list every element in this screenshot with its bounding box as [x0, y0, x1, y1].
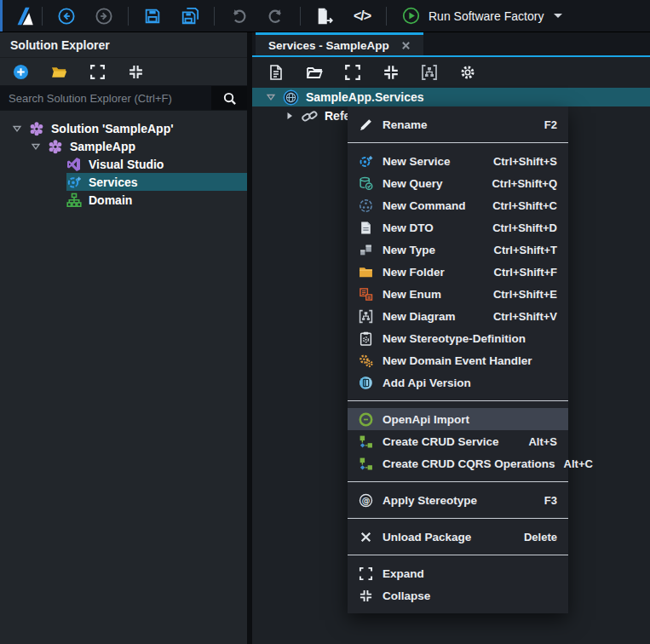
- collapse-all-icon[interactable]: [383, 64, 400, 81]
- expander-spacer: [49, 177, 60, 187]
- menu-item-label: Expand: [383, 567, 424, 580]
- menu-item-new-domain-event-handler[interactable]: New Domain Event Handler: [348, 349, 568, 371]
- menu-section: RenameF2: [348, 106, 568, 142]
- new-document-icon[interactable]: [267, 64, 285, 81]
- tree-item-sampleapp-services[interactable]: SampleApp.Services: [252, 88, 650, 106]
- tree-item-body[interactable]: Services: [66, 173, 247, 191]
- domain-event-icon: [359, 354, 373, 368]
- open-folder-outline-icon[interactable]: [306, 64, 323, 81]
- menu-item-create-crud-cqrs-operations[interactable]: Create CRUD CQRS OperationsAlt+C: [348, 452, 568, 474]
- close-icon[interactable]: [401, 41, 411, 50]
- tree-item-solution-sampleapp[interactable]: Solution 'SampleApp': [0, 119, 247, 137]
- domain-icon: [66, 193, 82, 208]
- menu-item-label: Add Api Version: [383, 377, 471, 389]
- menu-item-new-dto[interactable]: New DTOCtrl+Shift+D: [348, 216, 568, 239]
- menu-section: ExpandCollapse: [348, 555, 568, 613]
- menu-item-expand[interactable]: Expand: [348, 562, 568, 584]
- package-icon: [283, 89, 299, 106]
- chevron-down-icon[interactable]: [31, 141, 41, 152]
- enum-icon: [359, 287, 373, 302]
- tree-item-visual-studio[interactable]: Visual Studio: [0, 155, 247, 173]
- tree-item-body[interactable]: SampleApp: [48, 137, 247, 155]
- menu-item-openapi-import[interactable]: OpenApi Import: [348, 408, 568, 430]
- tree-item-label: SampleApp: [70, 140, 135, 153]
- solution-explorer-title: Solution Explorer: [0, 32, 247, 58]
- tree-item-domain[interactable]: Domain: [0, 191, 247, 209]
- open-folder-icon[interactable]: [51, 64, 67, 80]
- menu-section: Unload PackageDelete: [348, 519, 568, 555]
- menu-item-label: Create CRUD CQRS Operations: [383, 457, 555, 470]
- menu-item-shortcut: F3: [536, 494, 557, 507]
- menu-item-shortcut: Ctrl+Shift+C: [484, 199, 557, 212]
- toolbar-separator: [386, 7, 387, 26]
- chevron-right-icon[interactable]: [285, 111, 295, 121]
- chevron-down-icon[interactable]: [12, 124, 22, 134]
- menu-item-unload-package[interactable]: Unload PackageDelete: [348, 526, 568, 548]
- tree-item-label: Services: [89, 175, 138, 189]
- tree-item-body[interactable]: Visual Studio: [66, 155, 247, 173]
- settings-icon[interactable]: [459, 64, 476, 81]
- menu-item-label: Collapse: [383, 589, 430, 602]
- menu-item-label: New Enum: [383, 288, 441, 301]
- diagram-icon[interactable]: [421, 64, 438, 81]
- menu-item-apply-stereotype[interactable]: @Apply StereotypeF3: [348, 489, 568, 511]
- menu-item-label: Apply Stereotype: [383, 494, 477, 507]
- save-icon[interactable]: [143, 7, 162, 26]
- menu-section: OpenApi ImportCreate CRUD ServiceAlt+SCr…: [348, 401, 568, 481]
- search-row: [0, 85, 247, 111]
- command-icon: [359, 198, 373, 213]
- menu-item-new-diagram[interactable]: New DiagramCtrl+Shift+V: [348, 305, 568, 327]
- run-software-factory-button[interactable]: Run Software Factory: [402, 7, 562, 25]
- collapse-all-icon[interactable]: [128, 64, 144, 80]
- menu-item-new-type[interactable]: New TypeCtrl+Shift+T: [348, 239, 568, 261]
- menu-item-new-enum[interactable]: New EnumCtrl+Shift+E: [348, 283, 568, 305]
- forward-icon[interactable]: [95, 7, 113, 26]
- new-document-export-icon[interactable]: [315, 7, 334, 26]
- menu-item-new-service[interactable]: New ServiceCtrl+Shift+S: [348, 150, 568, 172]
- menu-item-collapse[interactable]: Collapse: [348, 584, 568, 607]
- tab-strip: Services - SampleApp: [252, 32, 650, 57]
- search-button[interactable]: [211, 86, 247, 110]
- solution-icon: [29, 121, 44, 136]
- crud-icon: [359, 457, 373, 471]
- context-menu: RenameF2New ServiceCtrl+Shift+SNew Query…: [348, 106, 568, 613]
- app-logo-icon[interactable]: [11, 3, 37, 29]
- api-version-icon: [359, 376, 373, 390]
- code-view-icon[interactable]: </>: [353, 7, 371, 26]
- expand-all-icon[interactable]: [89, 64, 106, 80]
- folder-icon: [359, 265, 373, 279]
- undo-icon[interactable]: [229, 7, 248, 26]
- menu-item-new-folder[interactable]: New FolderCtrl+Shift+F: [348, 261, 568, 283]
- run-button-label: Run Software Factory: [429, 9, 544, 23]
- tab-label: Services - SampleApp: [268, 39, 389, 52]
- solution-explorer-toolbar: [0, 58, 247, 85]
- menu-item-shortcut: Ctrl+Shift+Q: [483, 177, 557, 190]
- tree-item-body[interactable]: Solution 'SampleApp': [29, 119, 247, 137]
- menu-item-shortcut: Ctrl+Shift+E: [485, 288, 557, 301]
- search-input[interactable]: [0, 86, 211, 110]
- menu-item-create-crud-service[interactable]: Create CRUD ServiceAlt+S: [348, 430, 568, 452]
- solution-explorer-panel: Solution Explorer Solution 'SampleApp'Sa…: [0, 32, 247, 644]
- menu-item-label: New Diagram: [383, 310, 456, 323]
- menu-item-new-command[interactable]: New CommandCtrl+Shift+C: [348, 194, 568, 216]
- diagram-menu-icon: [359, 309, 373, 324]
- menu-item-rename[interactable]: RenameF2: [348, 113, 568, 135]
- menu-item-add-api-version[interactable]: Add Api Version: [348, 371, 568, 394]
- menu-item-new-stereotype-definition[interactable]: New Stereotype-Definition: [348, 327, 568, 349]
- back-icon[interactable]: [57, 7, 76, 26]
- save-all-icon[interactable]: [181, 7, 199, 26]
- services-designer-panel: Services - SampleApp SampleApp.ServicesR…: [252, 32, 650, 644]
- chevron-down-icon[interactable]: [266, 92, 276, 102]
- menu-item-new-query[interactable]: New QueryCtrl+Shift+Q: [348, 172, 568, 194]
- menu-item-label: Rename: [383, 118, 428, 131]
- expand-all-icon[interactable]: [344, 64, 361, 81]
- menu-item-shortcut: Ctrl+Shift+S: [485, 155, 557, 168]
- references-icon: [302, 108, 318, 124]
- tree-item-sampleapp[interactable]: SampleApp: [0, 137, 247, 155]
- redo-icon[interactable]: [267, 7, 285, 26]
- svg-text:@: @: [361, 495, 370, 504]
- add-icon[interactable]: [13, 64, 29, 80]
- tree-item-body[interactable]: Domain: [66, 191, 247, 209]
- tree-item-services[interactable]: Services: [0, 173, 247, 191]
- tab-services-sampleapp[interactable]: Services - SampleApp: [256, 32, 423, 55]
